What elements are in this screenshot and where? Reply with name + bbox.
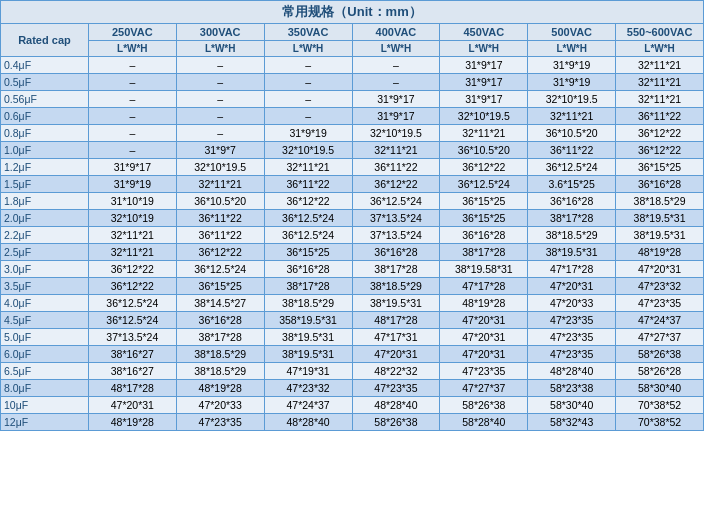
dimension-cell: 31*9*7 [176, 142, 264, 159]
dimension-cell: 32*11*21 [176, 176, 264, 193]
dimension-cell: 58*26*38 [440, 397, 528, 414]
rated-cap-cell: 0.56μF [1, 91, 89, 108]
subheader-300: L*W*H [176, 41, 264, 57]
dimension-cell: 47*20*31 [440, 346, 528, 363]
dimension-cell: 36*16*28 [352, 244, 440, 261]
dimension-cell: 38*18.5*29 [616, 193, 704, 210]
dimension-cell: 32*10*19.5 [528, 91, 616, 108]
dimension-cell: 38*19.5*31 [264, 329, 352, 346]
dimension-cell: 58*26*28 [616, 363, 704, 380]
dimension-cell: 47*23*35 [528, 346, 616, 363]
dimension-cell: 36*16*28 [528, 193, 616, 210]
table-title: 常用规格（Unit：mm） [1, 1, 704, 24]
dimension-cell: 36*15*25 [440, 193, 528, 210]
dimension-cell: 36*15*25 [616, 159, 704, 176]
dimension-cell: 47*23*35 [616, 295, 704, 312]
subheader-500: L*W*H [528, 41, 616, 57]
dimension-cell: 36*12.5*24 [88, 295, 176, 312]
dimension-cell: 32*10*19.5 [264, 142, 352, 159]
table-row: 8.0μF48*17*2848*19*2847*23*3247*23*3547*… [1, 380, 704, 397]
table-row: 2.5μF32*11*2136*12*2236*15*2536*16*2838*… [1, 244, 704, 261]
dimension-cell: 32*10*19 [88, 210, 176, 227]
table-row: 5.0μF37*13.5*2438*17*2838*19.5*3147*17*3… [1, 329, 704, 346]
dimension-cell: 32*11*21 [616, 57, 704, 74]
dimension-cell: 47*19*31 [264, 363, 352, 380]
dimension-cell: – [352, 57, 440, 74]
dimension-cell: 31*10*19 [88, 193, 176, 210]
dimension-cell: – [88, 125, 176, 142]
dimension-cell: 36*10.5*20 [440, 142, 528, 159]
dimension-cell: 36*10.5*20 [176, 193, 264, 210]
dimension-cell: 36*11*22 [176, 227, 264, 244]
dimension-cell: 38*16*27 [88, 363, 176, 380]
rated-cap-cell: 6.0μF [1, 346, 89, 363]
dimension-cell: – [352, 74, 440, 91]
dimension-cell: 31*9*17 [440, 74, 528, 91]
dimension-cell: 37*13.5*24 [352, 227, 440, 244]
rated-cap-cell: 4.5μF [1, 312, 89, 329]
dimension-cell: 37*13.5*24 [88, 329, 176, 346]
dimension-cell: 58*26*38 [352, 414, 440, 431]
rated-cap-cell: 0.4μF [1, 57, 89, 74]
subheader-250: L*W*H [88, 41, 176, 57]
rated-cap-cell: 0.5μF [1, 74, 89, 91]
dimension-cell: 58*30*40 [616, 380, 704, 397]
dimension-cell: 32*10*19.5 [352, 125, 440, 142]
dimension-cell: 36*15*25 [264, 244, 352, 261]
dimension-cell: 48*19*28 [176, 380, 264, 397]
subheader-450: L*W*H [440, 41, 528, 57]
dimension-cell: 48*22*32 [352, 363, 440, 380]
dimension-cell: – [88, 108, 176, 125]
dimension-cell: 47*20*31 [352, 346, 440, 363]
dimension-cell: 3.6*15*25 [528, 176, 616, 193]
col-400vac: 400VAC [352, 24, 440, 41]
dimension-cell: 36*11*22 [616, 108, 704, 125]
dimension-cell: 36*16*28 [264, 261, 352, 278]
rated-cap-cell: 12μF [1, 414, 89, 431]
dimension-cell: 47*17*28 [528, 261, 616, 278]
dimension-cell: 47*23*35 [352, 380, 440, 397]
dimension-cell: – [88, 57, 176, 74]
dimension-cell: 31*9*19 [264, 125, 352, 142]
dimension-cell: 70*38*52 [616, 397, 704, 414]
dimension-cell: – [176, 91, 264, 108]
dimension-cell: 47*17*31 [352, 329, 440, 346]
dimension-cell: – [88, 142, 176, 159]
dimension-cell: 47*24*37 [616, 312, 704, 329]
rated-cap-cell: 4.0μF [1, 295, 89, 312]
dimension-cell: 58*23*38 [528, 380, 616, 397]
table-row: 6.5μF38*16*2738*18.5*2947*19*3148*22*324… [1, 363, 704, 380]
dimension-cell: 47*20*31 [440, 312, 528, 329]
dimension-cell: 36*12.5*24 [264, 227, 352, 244]
dimension-cell: 32*11*21 [88, 244, 176, 261]
dimension-cell: 37*13.5*24 [352, 210, 440, 227]
dimension-cell: 32*10*19.5 [440, 108, 528, 125]
dimension-cell: – [176, 125, 264, 142]
dimension-cell: 32*11*21 [88, 227, 176, 244]
table-row: 0.5μF––––31*9*1731*9*1932*11*21 [1, 74, 704, 91]
dimension-cell: 47*27*37 [440, 380, 528, 397]
table-row: 4.0μF36*12.5*2438*14.5*2738*18.5*2938*19… [1, 295, 704, 312]
dimension-cell: 36*12*22 [440, 159, 528, 176]
rated-cap-cell: 1.8μF [1, 193, 89, 210]
col-550-600vac: 550~600VAC [616, 24, 704, 41]
dimension-cell: 47*20*31 [88, 397, 176, 414]
dimension-cell: 47*20*31 [440, 329, 528, 346]
dimension-cell: 36*12.5*24 [88, 312, 176, 329]
subheader-350: L*W*H [264, 41, 352, 57]
dimension-cell: 38*19.5*31 [616, 210, 704, 227]
col-350vac: 350VAC [264, 24, 352, 41]
table-row: 0.6μF–––31*9*1732*10*19.532*11*2136*11*2… [1, 108, 704, 125]
dimension-cell: 31*9*19 [88, 176, 176, 193]
dimension-cell: 36*12*22 [264, 193, 352, 210]
dimension-cell: 58*30*40 [528, 397, 616, 414]
dimension-cell: 48*17*28 [88, 380, 176, 397]
dimension-cell: 38*14.5*27 [176, 295, 264, 312]
dimension-cell: 48*19*28 [440, 295, 528, 312]
dimension-cell: 38*17*28 [528, 210, 616, 227]
dimension-cell: 36*11*22 [176, 210, 264, 227]
dimension-cell: 31*9*19 [528, 57, 616, 74]
rated-cap-cell: 0.6μF [1, 108, 89, 125]
dimension-cell: 38*17*28 [440, 244, 528, 261]
dimension-cell: 36*12.5*24 [176, 261, 264, 278]
